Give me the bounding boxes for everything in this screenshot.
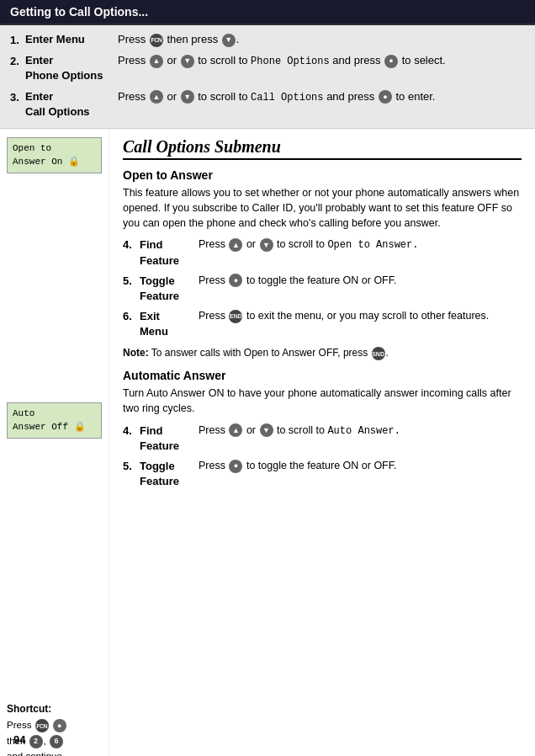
substep-5-num: 5. bbox=[123, 274, 140, 287]
step-2-label-line2: Phone Options bbox=[25, 69, 103, 82]
auto-answer-body: Turn Auto Answer ON to have your phone a… bbox=[123, 386, 522, 416]
open-to-answer-body: This feature allows you to set whether o… bbox=[123, 185, 522, 231]
shortcut-box: Shortcut: Press FCN ● then 2, 6 and cont… bbox=[7, 701, 102, 756]
shortcut-title: Shortcut: bbox=[7, 701, 102, 717]
aa-substep-5-num: 5. bbox=[123, 459, 140, 472]
lcd1-icon: 🔒 bbox=[68, 157, 80, 167]
open-to-answer-note: Note: To answer calls with Open to Answe… bbox=[123, 346, 522, 360]
auto-answer-substeps: 4. FindFeature Press ▲ or ▼ to scroll to… bbox=[123, 423, 522, 490]
nav-down-icon2: ▼ bbox=[181, 55, 194, 68]
select-btn-icon2: ● bbox=[379, 90, 392, 104]
lcd-box-2: Auto Answer Off 🔒 bbox=[7, 402, 102, 439]
lcd-box-1: Open to Answer On 🔒 bbox=[7, 137, 102, 173]
nav-down-icon: ▼ bbox=[222, 34, 236, 47]
step-2-row: 2. EnterPhone Options Press ▲ or ▼ to sc… bbox=[10, 53, 525, 83]
select-btn-icon: ● bbox=[384, 55, 398, 68]
nav-up-icon: ▲ bbox=[150, 55, 163, 68]
end-btn-icon: END bbox=[229, 310, 242, 323]
auto-answer-mono: Auto Answer. bbox=[327, 425, 400, 437]
aa-substep-5-desc: Press ● to toggle the feature ON or OFF. bbox=[199, 459, 522, 474]
shortcut-2-icon: 2 bbox=[29, 735, 43, 748]
step-3-label-line2: Call Options bbox=[25, 105, 90, 118]
nav-up-icon2: ▲ bbox=[150, 90, 163, 104]
section-title: Call Options Submenu bbox=[123, 137, 522, 160]
substep-4-desc: Press ▲ or ▼ to scroll to Open to Answer… bbox=[199, 237, 522, 253]
sel-aa5: ● bbox=[229, 460, 242, 473]
step-2-desc: Press ▲ or ▼ to scroll to Phone Options … bbox=[118, 53, 525, 69]
step-3-row: 3. EnterCall Options Press ▲ or ▼ to scr… bbox=[10, 89, 525, 120]
lcd1-line1: Open to bbox=[13, 143, 51, 153]
right-content: Call Options Submenu Open to Answer This… bbox=[109, 129, 535, 756]
substep-6-row: 6. ExitMenu Press END to exit the menu, … bbox=[123, 309, 522, 339]
open-to-answer-mono: Open to Answer. bbox=[327, 239, 418, 251]
call-options-mono: Call Options bbox=[251, 92, 323, 104]
send-btn-icon: SND bbox=[372, 347, 385, 360]
substep-4-num: 4. bbox=[123, 237, 140, 251]
nav-up-s4: ▲ bbox=[229, 238, 242, 252]
open-to-answer-title: Open to Answer bbox=[123, 168, 522, 182]
step-3-label: EnterCall Options bbox=[25, 89, 118, 120]
substep-6-label: ExitMenu bbox=[140, 309, 199, 339]
phone-options-mono: Phone Options bbox=[251, 56, 330, 67]
step-2-label: EnterPhone Options bbox=[25, 53, 118, 83]
step-3-num: 3. bbox=[10, 89, 25, 105]
sidebar: Open to Answer On 🔒 Auto Answer Off 🔒 Sh… bbox=[0, 129, 109, 756]
lcd1-line2: Answer On bbox=[13, 157, 62, 167]
substep-6-desc: Press END to exit the menu, or you may s… bbox=[199, 309, 522, 324]
substep-5-row: 5. ToggleFeature Press ● to toggle the f… bbox=[123, 274, 522, 304]
lcd2-line2: Answer Off bbox=[13, 422, 68, 432]
substep-5-desc: Press ● to toggle the feature ON or OFF. bbox=[199, 274, 522, 289]
step-1-num: 1. bbox=[10, 32, 25, 48]
aa-substep-4-label: FindFeature bbox=[140, 423, 199, 454]
shortcut-6-icon: 6 bbox=[50, 735, 63, 748]
step-1-desc: Press FCN then press ▼. bbox=[118, 32, 525, 47]
aa-substep-5-label: ToggleFeature bbox=[140, 459, 199, 489]
nav-up-aa4: ▲ bbox=[229, 423, 242, 437]
step-1-row: 1. Enter Menu Press FCN then press ▼. bbox=[10, 32, 525, 48]
header-bar: Getting to Call Options... bbox=[0, 0, 535, 25]
shortcut-sel-icon: ● bbox=[53, 719, 66, 732]
page-number: 94 bbox=[13, 733, 25, 746]
nav-down-icon3: ▼ bbox=[181, 90, 194, 104]
substep-4-row: 4. FindFeature Press ▲ or ▼ to scroll to… bbox=[123, 237, 522, 268]
auto-answer-title: Automatic Answer bbox=[123, 369, 522, 382]
header-title: Getting to Call Options... bbox=[10, 5, 148, 19]
aa-substep-4-desc: Press ▲ or ▼ to scroll to Auto Answer. bbox=[199, 423, 522, 439]
shortcut-line3: and continue bbox=[7, 748, 102, 756]
step-2-num: 2. bbox=[10, 53, 25, 69]
open-to-answer-substeps: 4. FindFeature Press ▲ or ▼ to scroll to… bbox=[123, 237, 522, 339]
nav-dn-aa4: ▼ bbox=[260, 423, 273, 437]
aa-substep-4-row: 4. FindFeature Press ▲ or ▼ to scroll to… bbox=[123, 423, 522, 454]
lcd2-line1: Auto bbox=[13, 408, 34, 418]
substep-5-label: ToggleFeature bbox=[140, 274, 199, 304]
lcd2-icon: 🔒 bbox=[74, 422, 86, 432]
nav-dn-s4: ▼ bbox=[260, 238, 273, 252]
substep-6-num: 6. bbox=[123, 309, 140, 322]
substep-4-label: FindFeature bbox=[140, 237, 199, 268]
step-3-desc: Press ▲ or ▼ to scroll to Call Options a… bbox=[118, 89, 525, 105]
aa-substep-4-num: 4. bbox=[123, 423, 140, 437]
shortcut-line1: Press FCN ● bbox=[7, 717, 102, 732]
main-content: Open to Answer On 🔒 Auto Answer Off 🔒 Sh… bbox=[0, 129, 535, 756]
step-1-label: Enter Menu bbox=[25, 32, 118, 47]
aa-substep-5-row: 5. ToggleFeature Press ● to toggle the f… bbox=[123, 459, 522, 489]
sel-s5: ● bbox=[229, 274, 242, 287]
steps-section: 1. Enter Menu Press FCN then press ▼. 2.… bbox=[0, 25, 535, 129]
fcn-button-icon: FCN bbox=[150, 34, 163, 47]
shortcut-fcn-icon: FCN bbox=[35, 719, 49, 732]
